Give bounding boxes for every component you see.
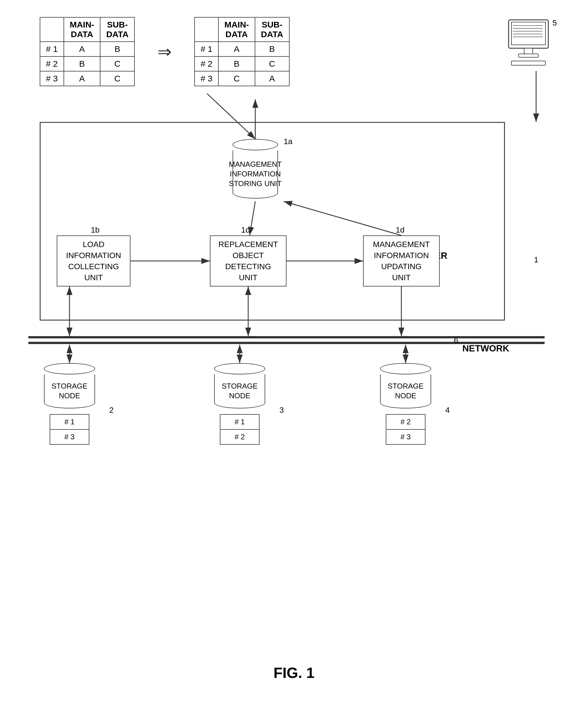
row-id: # 3	[194, 71, 219, 86]
mgmt-store-label: MANAGEMENTINFORMATIONSTORING UNIT	[228, 157, 283, 191]
sub-data: B	[100, 42, 134, 56]
sn3-body: STORAGENODE	[380, 374, 431, 408]
table-row-highlighted: # 3 C A	[194, 71, 289, 86]
sn2-body: STORAGENODE	[214, 374, 265, 408]
sn3-items: # 2 # 3	[386, 414, 425, 445]
row-id: # 3	[40, 71, 64, 86]
row-id: # 2	[194, 56, 219, 71]
sn1-items: # 1 # 3	[50, 414, 90, 445]
storage-node-2: STORAGENODE # 1 # 2	[214, 363, 265, 445]
sn2-top	[214, 363, 265, 374]
mgmt-store-unit: MANAGEMENTINFORMATIONSTORING UNIT	[233, 139, 278, 198]
sn3-item: # 2	[386, 415, 425, 430]
sn2-item: # 1	[220, 415, 259, 430]
ref-1d: 1d	[396, 226, 405, 235]
sn2-item: # 2	[220, 430, 259, 444]
replacement-unit: REPLACEMENTOBJECTDETECTINGUNIT	[210, 235, 287, 287]
network-label: NETWORK	[462, 343, 509, 354]
load-info-label: LOADINFORMATIONCOLLECTINGUNIT	[66, 239, 121, 283]
sub-data: C	[100, 56, 134, 71]
ref-6: 6	[454, 336, 458, 345]
main-data: A	[64, 71, 101, 86]
ref-1a: 1a	[284, 137, 292, 146]
ref-5: 5	[552, 18, 557, 27]
svg-rect-7	[524, 48, 533, 54]
ref-1b: 1b	[91, 226, 100, 235]
table-row: # 3 A C	[40, 71, 134, 86]
storage-node-3: STORAGENODE # 2 # 3	[380, 363, 431, 445]
ref-1: 1	[534, 255, 538, 265]
ref-1c: 1c	[241, 226, 250, 235]
figure-label: FIG. 1	[274, 664, 314, 681]
col-header-empty2	[194, 17, 219, 42]
mgmt-update-unit: MANAGEMENTINFORMATIONUPDATINGUNIT	[363, 235, 439, 287]
load-info-unit: LOADINFORMATIONCOLLECTINGUNIT	[57, 235, 130, 287]
col-header-main-data-before: MAIN-DATA	[64, 17, 101, 42]
main-data: A	[64, 42, 101, 56]
sn1-label: STORAGENODE	[50, 379, 89, 404]
sn1-item: # 1	[50, 415, 89, 430]
row-id: # 1	[194, 42, 219, 56]
sn1-item: # 3	[50, 430, 89, 444]
ref-3: 3	[279, 406, 284, 415]
col-header-empty	[40, 17, 64, 42]
transform-arrow: ⇒	[158, 42, 172, 62]
sub-data: C	[255, 56, 289, 71]
table-row: # 1 A B	[40, 42, 134, 56]
table-section: MAIN-DATA SUB-DATA # 1 A B # 2 B C # 3 A	[40, 17, 290, 86]
main-data: B	[64, 56, 101, 71]
row-id: # 2	[40, 56, 64, 71]
sn2-label: STORAGENODE	[220, 379, 259, 404]
network-line-top	[28, 336, 545, 338]
col-header-main-data-after: MAIN-DATA	[219, 17, 255, 42]
sn1-body: STORAGENODE	[44, 374, 95, 408]
main-data: A	[219, 42, 255, 56]
diagram: MAIN-DATA SUB-DATA # 1 A B # 2 B C # 3 A	[0, 0, 588, 704]
svg-rect-9	[512, 61, 545, 65]
main-data-changed: C	[219, 71, 255, 86]
sn3-top	[380, 363, 431, 374]
sub-data: B	[255, 42, 289, 56]
before-table: MAIN-DATA SUB-DATA # 1 A B # 2 B C # 3 A	[40, 17, 135, 86]
main-data: B	[219, 56, 255, 71]
table-row: # 2 B C	[40, 56, 134, 71]
ref-2: 2	[109, 406, 114, 415]
sn3-item: # 3	[386, 430, 425, 444]
db-top	[233, 139, 278, 150]
replacement-label: REPLACEMENTOBJECTDETECTINGUNIT	[219, 239, 278, 283]
computer-icon	[506, 17, 551, 69]
table-row: # 2 B C	[194, 56, 289, 71]
sub-data-changed: A	[255, 71, 289, 86]
storage-node-1: STORAGENODE # 1 # 3	[44, 363, 95, 445]
row-id: # 1	[40, 42, 64, 56]
db-body: MANAGEMENTINFORMATIONSTORING UNIT	[233, 150, 278, 198]
sub-data: C	[100, 71, 134, 86]
sn1-top	[44, 363, 95, 374]
col-header-sub-data-before: SUB-DATA	[100, 17, 134, 42]
svg-rect-8	[519, 54, 538, 57]
mgmt-update-label: MANAGEMENTINFORMATIONUPDATINGUNIT	[373, 239, 430, 283]
sn2-items: # 1 # 2	[220, 414, 259, 445]
after-table: MAIN-DATA SUB-DATA # 1 A B # 2 B C # 3 C	[194, 17, 289, 86]
ref-4: 4	[445, 406, 450, 415]
col-header-sub-data-after: SUB-DATA	[255, 17, 289, 42]
table-row: # 1 A B	[194, 42, 289, 56]
sn3-label: STORAGENODE	[386, 379, 425, 404]
